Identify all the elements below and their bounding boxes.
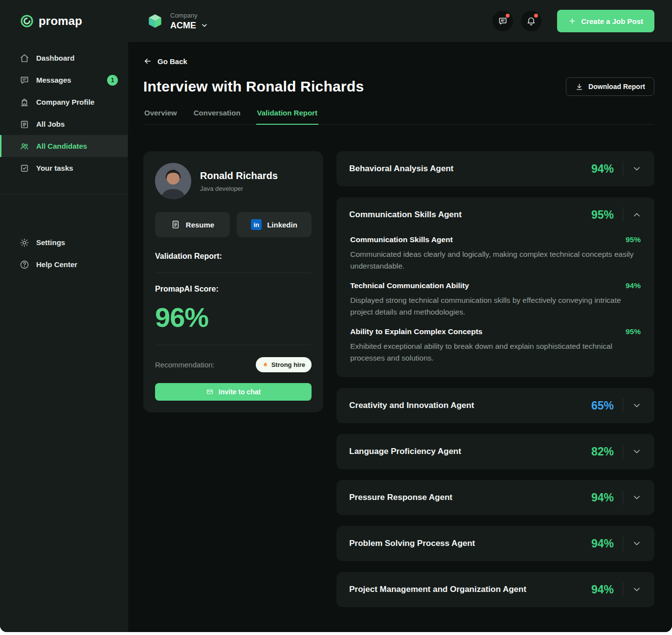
topbar-actions: Create a Job Post — [493, 10, 654, 32]
section-score: 95% — [626, 235, 641, 244]
agent-score: 65% — [586, 399, 614, 412]
help-icon — [20, 260, 29, 270]
divider — [623, 161, 623, 176]
company-switcher[interactable]: Company ACME — [147, 12, 208, 31]
candidate-name: Ronald Richards — [200, 170, 278, 181]
agent-header[interactable]: Problem Solving Process Agent 94% — [349, 526, 642, 561]
chat-icon — [20, 75, 29, 85]
app-root: promap Dashboard Messages 1 Company — [0, 0, 672, 632]
sidebar-item-settings[interactable]: Settings — [0, 231, 128, 253]
sidebar-item-label: Settings — [36, 238, 65, 247]
messages-button[interactable] — [493, 11, 513, 31]
chevron-down-icon[interactable] — [632, 401, 642, 410]
resume-button[interactable]: Resume — [155, 212, 230, 237]
validation-report-label: Validation Report: — [155, 252, 312, 261]
sidebar-item-label: Your tasks — [36, 164, 73, 172]
agent-card-language: Language Proficiency Agent 82% — [336, 434, 654, 469]
tab-overview[interactable]: Overview — [143, 109, 178, 124]
sidebar-nav: Dashboard Messages 1 Company Profile Al — [0, 42, 128, 194]
create-job-post-label: Create a Job Post — [581, 17, 643, 25]
agent-header[interactable]: Language Proficiency Agent 82% — [349, 434, 642, 469]
linkedin-button[interactable]: in Linkedin — [237, 212, 312, 237]
candidate-card: Ronald Richards Java developer Resume — [143, 151, 323, 412]
agent-name: Pressure Response Agent — [349, 493, 452, 502]
tab-validation-report[interactable]: Validation Report — [256, 109, 318, 125]
sidebar-item-label: Help Center — [36, 260, 77, 269]
agent-header[interactable]: Pressure Response Agent 94% — [349, 480, 642, 515]
chevron-down-icon[interactable] — [632, 585, 642, 594]
agent-detail-section: Communication Skills Agent 95% Communica… — [350, 235, 641, 272]
divider — [623, 490, 623, 505]
messages-count-badge: 1 — [107, 75, 118, 86]
notifications-button[interactable] — [521, 11, 541, 31]
main-area: Company ACME — [128, 0, 672, 632]
company-cube-icon — [147, 13, 163, 29]
section-text: Displayed strong technical communication… — [350, 295, 641, 318]
candidate-role: Java developer — [200, 185, 278, 192]
agent-detail-section: Technical Communication Ability 94% Disp… — [350, 281, 641, 318]
notifications-alert-dot — [534, 14, 538, 18]
agent-card-problem-solving: Problem Solving Process Agent 94% — [336, 526, 654, 561]
tab-conversation[interactable]: Conversation — [193, 109, 242, 124]
sidebar-item-label: Dashboard — [36, 54, 74, 62]
sidebar-item-all-candidates[interactable]: All Candidates — [0, 135, 128, 157]
go-back-label: Go Back — [157, 57, 187, 66]
page-title: Interview with Ronald Richards — [143, 78, 364, 95]
sidebar: promap Dashboard Messages 1 Company — [0, 0, 128, 632]
agent-score: 82% — [586, 445, 614, 458]
recommendation-label: Recommendation: — [155, 361, 215, 369]
sidebar-divider — [0, 194, 128, 194]
go-back-link[interactable]: Go Back — [143, 57, 187, 66]
chevron-down-icon[interactable] — [632, 447, 642, 456]
divider — [623, 207, 623, 222]
clipboard-icon — [20, 119, 29, 129]
agent-header[interactable]: Communication Skills Agent 95% — [349, 197, 642, 232]
create-job-post-button[interactable]: Create a Job Post — [557, 10, 654, 32]
section-score: 95% — [626, 327, 641, 336]
download-report-button[interactable]: Download Report — [566, 77, 654, 96]
agent-score: 94% — [586, 583, 614, 596]
divider — [155, 272, 312, 273]
agent-card-behavioral: Behavioral Analysis Agent 94% — [336, 151, 654, 186]
agent-name: Creativity and Innovation Agent — [349, 401, 474, 410]
sidebar-item-help-center[interactable]: Help Center — [0, 253, 128, 275]
invite-to-chat-button[interactable]: Invite to chat — [155, 383, 312, 401]
agent-name: Communication Skills Agent — [349, 210, 462, 220]
sidebar-item-messages[interactable]: Messages 1 — [0, 69, 128, 91]
recommendation-badge: Strong hire — [256, 357, 312, 372]
download-report-label: Download Report — [588, 83, 645, 91]
chevron-up-icon[interactable] — [632, 210, 642, 220]
chevron-down-icon[interactable] — [632, 164, 642, 174]
logo[interactable]: promap — [0, 0, 128, 42]
sidebar-item-dashboard[interactable]: Dashboard — [0, 47, 128, 69]
agent-name: Behavioral Analysis Agent — [349, 164, 453, 174]
divider — [155, 345, 312, 345]
building-icon — [20, 97, 29, 107]
divider — [623, 444, 623, 459]
agent-name: Language Proficiency Agent — [349, 447, 461, 456]
people-icon — [20, 141, 29, 151]
agent-score: 94% — [586, 491, 614, 504]
chevron-down-icon — [201, 22, 208, 29]
promap-score-label: PromapAI Score: — [155, 285, 312, 294]
agent-card-pressure: Pressure Response Agent 94% — [336, 480, 654, 515]
chevron-down-icon[interactable] — [632, 493, 642, 502]
agent-detail-section: Ability to Explain Complex Concepts 95% … — [350, 327, 641, 363]
plus-icon — [568, 17, 576, 25]
sidebar-item-your-tasks[interactable]: Your tasks — [0, 157, 128, 179]
sidebar-item-company-profile[interactable]: Company Profile — [0, 91, 128, 113]
section-title: Ability to Explain Complex Concepts — [350, 327, 482, 336]
chevron-down-icon[interactable] — [632, 539, 642, 548]
sidebar-item-label: All Candidates — [36, 142, 87, 150]
section-title: Communication Skills Agent — [350, 235, 453, 244]
agent-header[interactable]: Project Management and Organization Agen… — [349, 572, 642, 607]
agent-header[interactable]: Behavioral Analysis Agent 94% — [349, 151, 642, 186]
agent-card-creativity: Creativity and Innovation Agent 65% — [336, 388, 654, 423]
sidebar-item-label: Messages — [36, 76, 71, 84]
flame-icon — [262, 362, 269, 368]
sidebar-footer-nav: Settings Help Center — [0, 227, 128, 290]
sidebar-item-all-jobs[interactable]: All Jobs — [0, 113, 128, 135]
home-icon — [20, 53, 29, 63]
messages-alert-dot — [506, 14, 510, 18]
agent-header[interactable]: Creativity and Innovation Agent 65% — [349, 388, 642, 423]
